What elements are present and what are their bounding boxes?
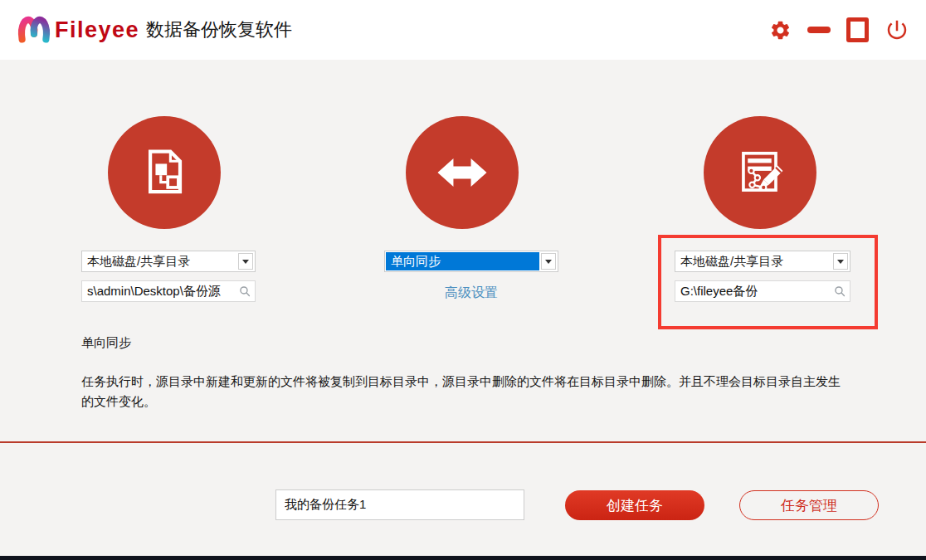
- source-type-dropdown[interactable]: 本地磁盘/共享目录: [81, 251, 256, 272]
- search-icon[interactable]: [239, 285, 251, 297]
- create-task-button[interactable]: 创建任务: [565, 490, 704, 520]
- sync-mode-value: 单向同步: [386, 252, 539, 270]
- advanced-settings-link[interactable]: 高级设置: [384, 285, 558, 302]
- target-type-value: 本地磁盘/共享目录: [675, 251, 831, 271]
- task-manager-button[interactable]: 任务管理: [739, 490, 879, 520]
- mode-description: 任务执行时，源目录中新建和更新的文件将被复制到目标目录中，源目录中删除的文件将在…: [81, 372, 851, 411]
- source-path-box: [81, 280, 256, 302]
- search-icon[interactable]: [834, 285, 846, 297]
- maximize-icon[interactable]: [846, 17, 869, 42]
- target-path-box: [675, 280, 850, 302]
- source-type-value: 本地磁盘/共享目录: [82, 251, 236, 271]
- chevron-down-icon[interactable]: [541, 253, 556, 270]
- source-path-input[interactable]: [82, 281, 255, 301]
- task-name-box: [275, 489, 524, 520]
- target-type-dropdown[interactable]: 本地磁盘/共享目录: [675, 251, 850, 272]
- task-name-input[interactable]: [276, 490, 524, 519]
- app-title: 数据备份恢复软件: [146, 0, 292, 60]
- source-document-icon: [133, 141, 196, 204]
- source-circle: [108, 116, 221, 229]
- chevron-down-icon[interactable]: [238, 253, 253, 270]
- target-circle: [704, 116, 816, 229]
- two-way-arrow-icon: [431, 141, 494, 204]
- settings-gear-icon[interactable]: [769, 19, 792, 41]
- chevron-down-icon[interactable]: [833, 253, 848, 270]
- section-divider: [0, 441, 926, 443]
- target-path-input[interactable]: [675, 281, 850, 301]
- sync-mode-dropdown[interactable]: 单向同步: [384, 251, 558, 272]
- title-bar: Fileyee 数据备份恢复软件: [0, 0, 926, 60]
- fileyee-app-window: Fileyee 数据备份恢复软件: [0, 0, 926, 560]
- bottom-edge-strip: [0, 556, 926, 560]
- minimize-icon[interactable]: [807, 27, 831, 33]
- sync-circle: [406, 116, 519, 229]
- window-controls: [769, 0, 909, 60]
- brand-name: Fileyee: [55, 0, 139, 60]
- mode-heading: 单向同步: [81, 335, 131, 351]
- edit-target-icon: [729, 141, 792, 204]
- power-close-icon[interactable]: [885, 17, 909, 42]
- fileyee-logo-icon: [15, 11, 53, 49]
